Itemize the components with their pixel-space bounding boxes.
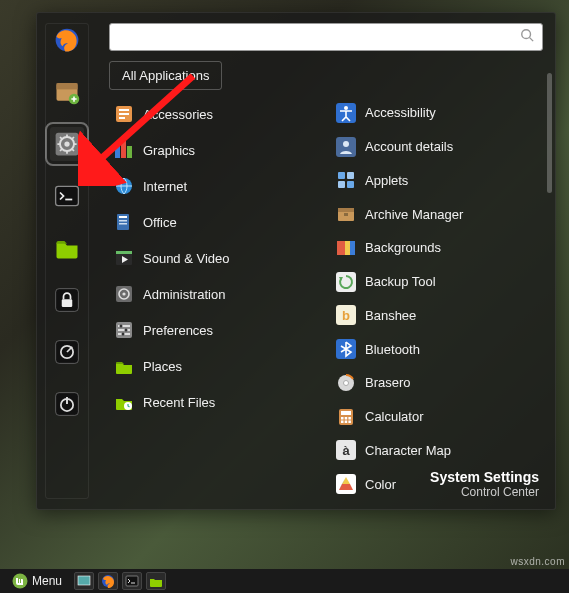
sound-video-icon [113, 247, 135, 269]
category-label: Internet [143, 179, 187, 194]
svg-rect-45 [338, 172, 345, 179]
app-bluetooth[interactable]: Bluetooth [331, 332, 543, 366]
app-backgrounds[interactable]: Backgrounds [331, 231, 543, 265]
cinnamon-menu: All Applications Accessories Graphics In… [36, 12, 556, 510]
applets-icon [335, 169, 357, 191]
categories-list: Accessories Graphics Internet Office Sou… [109, 96, 321, 501]
category-sound-video[interactable]: Sound & Video [109, 240, 321, 276]
app-label: Character Map [365, 443, 451, 458]
menu-main-column: All Applications Accessories Graphics In… [97, 13, 555, 509]
app-brasero[interactable]: Brasero [331, 366, 543, 400]
favorite-firefox[interactable] [50, 23, 84, 57]
svg-point-44 [343, 141, 349, 147]
office-icon [113, 211, 135, 233]
app-applets[interactable]: Applets [331, 164, 543, 198]
svg-rect-68 [345, 420, 348, 423]
svg-point-32 [122, 292, 125, 295]
taskbar-file-manager[interactable] [146, 572, 166, 590]
favorite-file-manager[interactable] [50, 231, 84, 265]
app-label: Banshee [365, 308, 416, 323]
svg-rect-63 [341, 411, 351, 415]
svg-point-14 [522, 30, 531, 39]
hover-title: System Settings [430, 469, 539, 485]
svg-rect-80 [78, 576, 90, 585]
category-graphics[interactable]: Graphics [109, 132, 321, 168]
taskbar-menu-button[interactable]: Menu [4, 571, 70, 591]
taskbar-terminal[interactable] [122, 572, 142, 590]
app-label: Accessibility [365, 105, 436, 120]
svg-rect-50 [338, 208, 354, 212]
svg-rect-66 [348, 417, 351, 420]
places-icon [113, 355, 135, 377]
svg-point-6 [64, 141, 69, 146]
app-accessibility[interactable]: Accessibility [331, 96, 543, 130]
accessibility-icon [335, 102, 357, 124]
category-recent-files[interactable]: Recent Files [109, 384, 321, 420]
svg-rect-69 [348, 420, 351, 423]
category-label: Graphics [143, 143, 195, 158]
svg-rect-2 [57, 83, 78, 89]
account-details-icon [335, 136, 357, 158]
applications-list: Accessibility Account details Applets Ar… [331, 96, 543, 501]
category-places[interactable]: Places [109, 348, 321, 384]
preferences-icon [113, 319, 135, 341]
svg-rect-47 [338, 181, 345, 188]
category-office[interactable]: Office [109, 204, 321, 240]
administration-icon [113, 283, 135, 305]
app-character-map[interactable]: à Character Map [331, 434, 543, 468]
category-accessories[interactable]: Accessories [109, 96, 321, 132]
svg-rect-67 [341, 420, 344, 423]
svg-point-39 [122, 333, 125, 336]
svg-rect-65 [345, 417, 348, 420]
category-preferences[interactable]: Preferences [109, 312, 321, 348]
search-box[interactable] [109, 23, 543, 51]
favorite-lock-screen[interactable] [50, 283, 84, 317]
all-applications-button[interactable]: All Applications [109, 61, 222, 90]
taskbar: Menu [0, 569, 569, 593]
svg-rect-51 [344, 213, 348, 216]
svg-rect-21 [127, 146, 132, 158]
taskbar-firefox[interactable] [98, 572, 118, 590]
favorite-terminal[interactable] [50, 179, 84, 213]
svg-rect-46 [347, 172, 354, 179]
category-label: Preferences [143, 323, 213, 338]
favorite-logout[interactable] [50, 335, 84, 369]
app-label: Archive Manager [365, 207, 463, 222]
hover-description: System Settings Control Center [430, 469, 539, 499]
color-icon [335, 473, 357, 495]
app-calculator[interactable]: Calculator [331, 400, 543, 434]
app-label: Backup Tool [365, 274, 436, 289]
archive-manager-icon [335, 203, 357, 225]
app-backup-tool[interactable]: Backup Tool [331, 265, 543, 299]
svg-rect-7 [56, 186, 79, 205]
favorite-software-manager[interactable] [50, 75, 84, 109]
svg-rect-48 [347, 181, 354, 188]
brasero-icon [335, 372, 357, 394]
svg-rect-9 [62, 299, 73, 307]
svg-rect-16 [119, 109, 129, 111]
favorite-shutdown[interactable] [50, 387, 84, 421]
search-input[interactable] [118, 30, 520, 45]
all-applications-label: All Applications [122, 68, 209, 83]
svg-rect-17 [119, 113, 129, 115]
applications-scrollbar[interactable] [547, 73, 552, 193]
svg-point-38 [125, 329, 128, 332]
svg-rect-28 [116, 251, 132, 254]
backup-tool-icon [335, 271, 357, 293]
category-internet[interactable]: Internet [109, 168, 321, 204]
category-administration[interactable]: Administration [109, 276, 321, 312]
app-banshee[interactable]: b Banshee [331, 299, 543, 333]
svg-rect-18 [119, 117, 125, 119]
svg-rect-82 [126, 576, 138, 586]
app-archive-manager[interactable]: Archive Manager [331, 197, 543, 231]
category-label: Administration [143, 287, 225, 302]
graphics-icon [113, 139, 135, 161]
category-label: Sound & Video [143, 251, 230, 266]
app-account-details[interactable]: Account details [331, 130, 543, 164]
svg-rect-35 [118, 329, 130, 331]
bluetooth-icon [335, 338, 357, 360]
taskbar-show-desktop[interactable] [74, 572, 94, 590]
category-label: Places [143, 359, 182, 374]
favorite-system-settings[interactable] [50, 127, 84, 161]
svg-rect-64 [341, 417, 344, 420]
